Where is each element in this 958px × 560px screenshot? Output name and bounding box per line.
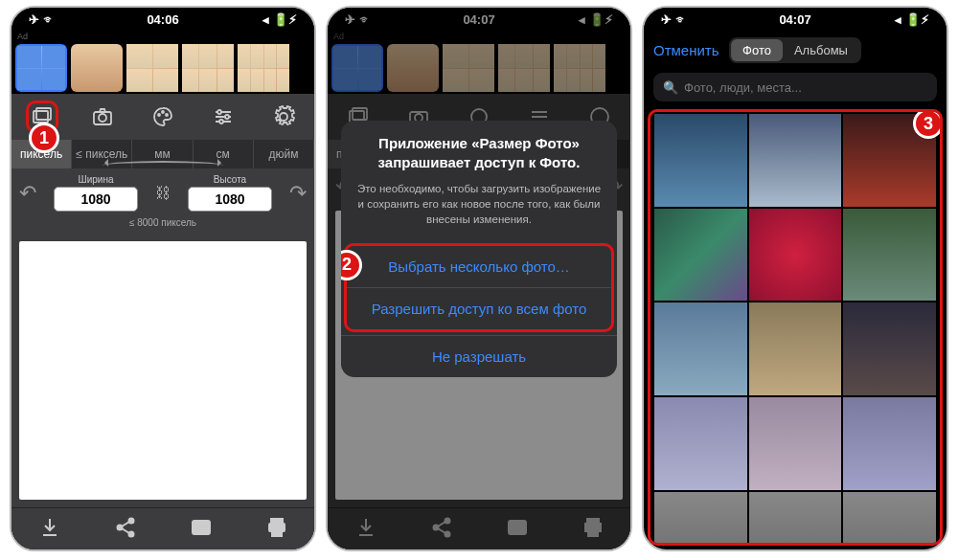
screen-gallery: ✈︎ ᯤ 04:07 ◂ 🔋⚡︎ Отменить Фото Альбомы 🔍… <box>642 6 948 551</box>
width-label: Ширина <box>42 174 149 185</box>
cancel-button[interactable]: Отменить <box>653 42 719 58</box>
undo-button[interactable]: ↶ <box>19 181 36 206</box>
palette-button[interactable] <box>147 101 179 133</box>
width-input[interactable] <box>54 187 138 212</box>
status-time: 04:06 <box>11 12 314 27</box>
redo-button[interactable]: ↷ <box>289 181 307 206</box>
photo-thumb[interactable] <box>843 302 936 395</box>
settings-button[interactable] <box>267 101 300 133</box>
canvas-area[interactable] <box>11 234 314 507</box>
photo-thumb[interactable] <box>654 114 747 207</box>
svg-point-4 <box>158 114 160 116</box>
size-hint: ≤ 8000 пиксель <box>11 215 314 234</box>
photo-thumb[interactable] <box>654 302 747 395</box>
print-button[interactable] <box>265 516 288 543</box>
svg-point-5 <box>162 111 164 113</box>
screen-permission: ✈︎ ᯤ 04:07 ◂ 🔋⚡︎ Ad пиксель≤ пиксельммсм… <box>326 6 632 551</box>
status-bar: ✈︎ ᯤ 04:07 ◂ 🔋⚡︎ <box>644 8 947 31</box>
photo-thumb[interactable] <box>749 114 842 207</box>
template-thumb[interactable] <box>182 44 234 92</box>
photo-thumb[interactable] <box>843 492 936 546</box>
photo-thumb[interactable] <box>749 397 842 490</box>
photo-thumb[interactable] <box>749 492 842 546</box>
sliders-button[interactable] <box>207 101 240 133</box>
photo-thumb[interactable] <box>749 302 842 395</box>
gallery-header: Отменить Фото Альбомы <box>644 31 947 69</box>
search-placeholder: Фото, люди, места... <box>684 80 802 95</box>
template-thumb[interactable] <box>71 44 123 92</box>
template-thumb[interactable] <box>126 44 178 92</box>
mail-button[interactable] <box>190 516 213 543</box>
callout-badge-3: 3 <box>913 109 943 139</box>
photo-thumb[interactable] <box>654 492 747 546</box>
photo-grid-highlight: 3 <box>648 109 943 546</box>
link-icon[interactable]: ⛓ <box>155 185 171 202</box>
select-photos-button[interactable]: Выбрать несколько фото… <box>347 246 611 287</box>
photo-thumb[interactable] <box>843 209 936 302</box>
template-thumb[interactable] <box>238 44 289 92</box>
bottom-bar <box>11 507 314 549</box>
height-label: Высота <box>176 174 284 185</box>
search-icon: 🔍 <box>663 80 678 95</box>
share-button[interactable] <box>114 516 137 543</box>
photo-thumb[interactable] <box>654 209 747 302</box>
status-time: 04:07 <box>644 12 947 27</box>
seg-photos[interactable]: Фото <box>731 39 783 61</box>
template-strip[interactable] <box>11 42 314 94</box>
permission-dialog: Приложение «Размер Фото» запрашивает дос… <box>341 121 617 377</box>
swap-arrow-icon[interactable] <box>103 161 223 170</box>
camera-button[interactable] <box>86 101 119 133</box>
svg-point-3 <box>99 114 106 122</box>
photo-thumb[interactable] <box>843 397 936 490</box>
deny-button[interactable]: Не разрешать <box>341 335 617 377</box>
allow-all-button[interactable]: Разрешить доступ ко всем фото <box>347 287 611 329</box>
search-field[interactable]: 🔍 Фото, люди, места... <box>653 73 937 101</box>
screen-editor: ✈︎ ᯤ 04:06 ◂ 🔋⚡︎ Ad 1 пиксель ≤ пиксель … <box>10 6 316 551</box>
seg-albums[interactable]: Альбомы <box>783 39 859 61</box>
unit-tab[interactable]: дюйм <box>254 140 314 168</box>
gallery-segment[interactable]: Фото Альбомы <box>729 37 861 63</box>
svg-point-7 <box>217 110 221 114</box>
ad-label: Ad <box>11 31 314 42</box>
svg-point-8 <box>225 115 229 119</box>
svg-point-6 <box>166 114 168 116</box>
photo-grid[interactable] <box>652 114 938 546</box>
callout-badge-1: 1 <box>29 123 59 153</box>
dialog-message: Это необходимо, чтобы загрузить изображе… <box>341 177 617 240</box>
download-button[interactable] <box>38 516 61 543</box>
dimensions-row: ↶ Ширина ⛓ Высота ↷ <box>11 168 314 215</box>
height-input[interactable] <box>188 187 272 212</box>
svg-rect-16 <box>272 529 282 536</box>
svg-point-9 <box>219 120 223 123</box>
template-thumb[interactable] <box>15 44 67 92</box>
toolbar: 1 <box>11 94 314 140</box>
dialog-title: Приложение «Размер Фото» запрашивает дос… <box>341 121 617 177</box>
photo-thumb[interactable] <box>749 209 842 302</box>
photo-thumb[interactable] <box>654 397 747 490</box>
status-bar: ✈︎ ᯤ 04:06 ◂ 🔋⚡︎ <box>11 8 314 31</box>
